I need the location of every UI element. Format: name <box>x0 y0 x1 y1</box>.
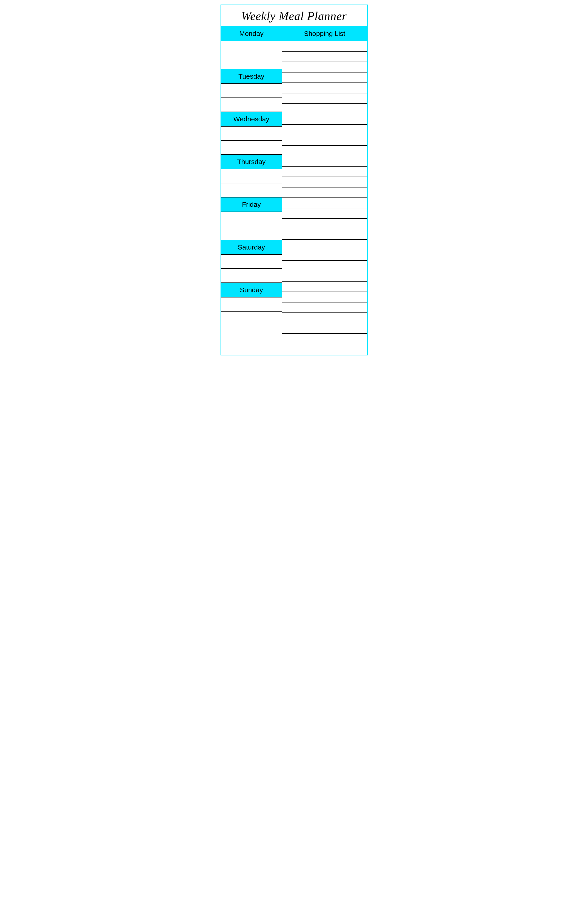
thursday-meal-2[interactable] <box>221 183 282 197</box>
shopping-row-21[interactable] <box>282 250 367 260</box>
shopping-row-10[interactable] <box>282 135 367 146</box>
shopping-row-13[interactable] <box>282 167 367 177</box>
friday-block: Friday <box>221 197 282 240</box>
shopping-row-4[interactable] <box>282 73 367 83</box>
saturday-meal-1[interactable] <box>221 255 282 269</box>
shopping-row-20[interactable] <box>282 240 367 250</box>
tuesday-header: Tuesday <box>221 69 282 84</box>
wednesday-meal-2[interactable] <box>221 141 282 155</box>
shopping-row-17[interactable] <box>282 209 367 219</box>
friday-meal-1[interactable] <box>221 212 282 226</box>
shopping-row-2[interactable] <box>282 52 367 62</box>
shopping-header: Shopping List <box>282 27 367 41</box>
shopping-row-12[interactable] <box>282 156 367 167</box>
shopping-row-28[interactable] <box>282 323 367 334</box>
shopping-row-25[interactable] <box>282 292 367 302</box>
saturday-meal-2[interactable] <box>221 269 282 283</box>
shopping-row-14[interactable] <box>282 177 367 188</box>
friday-header: Friday <box>221 197 282 212</box>
wednesday-header: Wednesday <box>221 112 282 126</box>
shopping-row-9[interactable] <box>282 125 367 135</box>
saturday-block: Saturday <box>221 240 282 283</box>
shopping-row-27[interactable] <box>282 313 367 323</box>
sunday-meal-2[interactable] <box>221 312 282 326</box>
shopping-row-22[interactable] <box>282 260 367 271</box>
friday-meal-2[interactable] <box>221 226 282 240</box>
wednesday-block: Wednesday <box>221 112 282 155</box>
shopping-row-30[interactable] <box>282 344 367 355</box>
shopping-column: Shopping List <box>282 27 367 355</box>
shopping-row-3[interactable] <box>282 62 367 73</box>
page-title: Weekly Meal Planner <box>221 5 367 26</box>
shopping-row-16[interactable] <box>282 198 367 209</box>
monday-meal-2[interactable] <box>221 55 282 69</box>
thursday-block: Thursday <box>221 155 282 197</box>
sunday-header: Sunday <box>221 283 282 298</box>
sunday-meal-1[interactable] <box>221 298 282 312</box>
monday-header: Monday <box>221 27 282 41</box>
monday-block: Monday <box>221 27 282 69</box>
thursday-meal-1[interactable] <box>221 169 282 183</box>
shopping-row-26[interactable] <box>282 302 367 313</box>
shopping-row-29[interactable] <box>282 334 367 344</box>
shopping-row-15[interactable] <box>282 188 367 198</box>
shopping-row-24[interactable] <box>282 281 367 292</box>
tuesday-meal-1[interactable] <box>221 84 282 98</box>
tuesday-meal-2[interactable] <box>221 98 282 112</box>
shopping-row-1[interactable] <box>282 41 367 52</box>
days-column: Monday Tuesday Wednesday Thursday <box>221 27 283 355</box>
planner-body: Monday Tuesday Wednesday Thursday <box>221 26 367 355</box>
wednesday-meal-1[interactable] <box>221 126 282 141</box>
shopping-row-7[interactable] <box>282 104 367 114</box>
sunday-block: Sunday <box>221 283 282 326</box>
shopping-row-23[interactable] <box>282 271 367 281</box>
shopping-row-19[interactable] <box>282 229 367 240</box>
saturday-header: Saturday <box>221 240 282 255</box>
shopping-row-11[interactable] <box>282 146 367 156</box>
monday-meal-1[interactable] <box>221 41 282 55</box>
tuesday-block: Tuesday <box>221 69 282 112</box>
shopping-row-5[interactable] <box>282 83 367 94</box>
shopping-row-6[interactable] <box>282 94 367 104</box>
shopping-row-8[interactable] <box>282 114 367 125</box>
planner-container: Weekly Meal Planner Monday Tuesday Wedne… <box>221 5 368 356</box>
thursday-header: Thursday <box>221 155 282 169</box>
shopping-row-18[interactable] <box>282 219 367 229</box>
